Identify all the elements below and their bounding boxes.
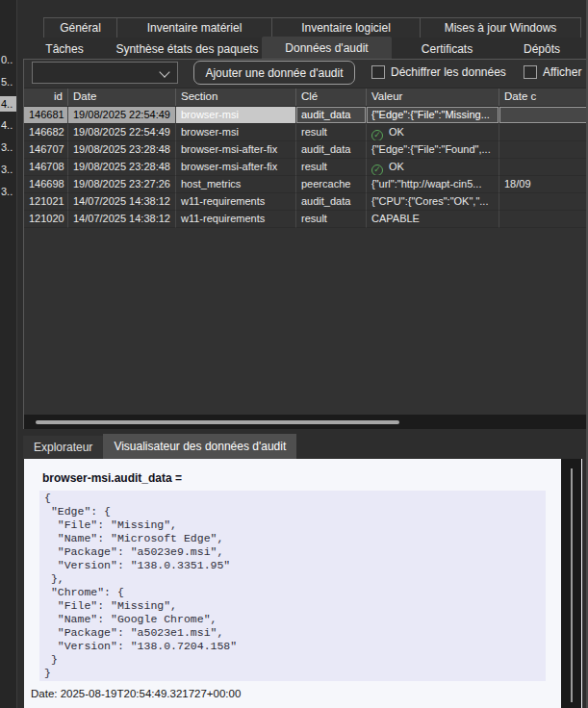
bottom-tab-bar: ExplorateurVisualisateur des données d'a… [23, 434, 296, 459]
tab-synth-se-tats-des-paquets[interactable]: Synthèse états des paquets [113, 38, 262, 59]
cell-id[interactable]: 146708 [24, 159, 68, 176]
tab-donn-es-d-audit[interactable]: Données d'audit [262, 37, 392, 59]
add-audit-data-button[interactable]: Ajouter une donnée d'audit [193, 61, 355, 85]
cell-value[interactable]: ✓OK [367, 124, 499, 141]
cell-date[interactable]: 19/08/2025 23:27:26 [68, 176, 176, 193]
cell-key[interactable]: peercache [296, 176, 367, 193]
cell-value-text: OK [389, 161, 404, 172]
bottom-tab-explorateur[interactable]: Explorateur [23, 436, 103, 459]
cell-date[interactable]: 19/08/2025 23:28:48 [68, 141, 176, 159]
cell-date[interactable]: 19/08/2025 22:54:49 [68, 124, 176, 141]
cell-key[interactable]: audit_data [296, 107, 367, 124]
audit-data-title: browser-msi.audit_data = [42, 471, 182, 485]
cell-section[interactable]: browser-msi-after-fix [176, 159, 296, 176]
tab-mises-jour-windows[interactable]: Mises à jour Windows [421, 18, 581, 38]
ok-status-icon: ✓ [371, 130, 383, 141]
cell-value[interactable]: {"url":"http://wapt-cin5... [367, 176, 499, 193]
cell-id[interactable]: 121020 [24, 211, 68, 228]
table-row[interactable]: 14669819/08/2025 23:27:26host_metricspee… [24, 176, 586, 193]
cell-section[interactable]: browser-msi [176, 107, 296, 124]
cell-id[interactable]: 121021 [24, 193, 68, 211]
cell-key[interactable]: audit_data [296, 193, 367, 211]
host-list-item-truncated[interactable]: 5.. [0, 74, 16, 89]
top-tab-bar-row2: TâchesSynthèse états des paquetsDonnées … [16, 37, 581, 59]
cell-value[interactable]: CAPABLE [367, 211, 499, 228]
table-row[interactable]: 14668219/08/2025 22:54:49browser-msiresu… [24, 124, 586, 141]
wapt-console-window: 0..5..4..4..3..3..3.. GénéralInventaire … [0, 0, 588, 708]
ok-status-icon: ✓ [371, 164, 383, 176]
column-header-date[interactable]: Date [68, 88, 176, 106]
cell-section[interactable]: browser-msi-after-fix [176, 141, 296, 159]
cell-id[interactable]: 146682 [24, 124, 68, 141]
host-list-item-truncated[interactable]: 0.. [0, 52, 16, 67]
cell-value[interactable]: ✓OK [367, 159, 499, 176]
host-list-item-truncated[interactable]: 3.. [0, 162, 16, 177]
host-list-rail: 0..5..4..4..3..3..3.. [0, 0, 17, 708]
host-list-item-truncated[interactable]: 3.. [0, 139, 16, 155]
cell-key[interactable]: audit_data [296, 141, 367, 159]
cell-date[interactable]: 14/07/2025 14:38:12 [68, 193, 176, 211]
audit-date-label: Date: 2025-08-19T20:54:49.321727+00:00 [31, 688, 241, 699]
cell-value[interactable]: {"Edge":{"File":"Missing... [367, 107, 499, 124]
cell-datec[interactable]: 18/09 [499, 176, 586, 193]
cell-key[interactable]: result [296, 124, 367, 141]
cell-value-text: OK [389, 126, 404, 138]
checkbox-icon[interactable] [524, 65, 537, 79]
cell-section[interactable]: w11-requirements [176, 193, 296, 211]
vertical-scrollbar[interactable] [561, 459, 581, 708]
cell-section[interactable]: browser-msi [176, 124, 296, 141]
chevron-down-icon [159, 66, 169, 77]
cell-date[interactable]: 19/08/2025 22:54:49 [68, 107, 176, 124]
decrypt-data-checkbox[interactable]: Déchiffrer les données [371, 65, 506, 79]
vertical-scrollbar-thumb[interactable] [571, 468, 573, 702]
horizontal-scrollbar-thumb[interactable] [36, 420, 399, 424]
tab-inventaire-logiciel[interactable]: Inventaire logiciel [272, 18, 421, 38]
table-row[interactable]: 12102114/07/2025 14:38:12w11-requirement… [24, 193, 586, 211]
audit-viewer-panel: browser-msi.audit_data = { "Edge": { "Fi… [24, 459, 582, 708]
cell-datec[interactable] [499, 107, 586, 124]
audit-json-content: { "Edge": { "File": "Missing", "Name": "… [39, 491, 546, 681]
tab-d-p-ts[interactable]: Dépôts [502, 38, 581, 59]
cell-key[interactable]: result [296, 211, 367, 228]
cell-datec[interactable] [499, 124, 586, 141]
tab-t-ches[interactable]: Tâches [16, 38, 113, 59]
cell-datec[interactable] [499, 211, 586, 228]
tab-certificats[interactable]: Certificats [392, 38, 502, 59]
top-tab-bar-row1: GénéralInventaire matérielInventaire log… [43, 17, 581, 38]
horizontal-scrollbar[interactable] [24, 415, 586, 429]
audit-filter-combobox[interactable] [32, 62, 178, 84]
table-row[interactable]: 14668119/08/2025 22:54:49browser-msiaudi… [24, 107, 586, 124]
host-list-item-truncated[interactable]: 4.. [0, 96, 16, 112]
cell-id[interactable]: 146707 [24, 141, 68, 159]
cell-section[interactable]: w11-requirements [176, 211, 296, 228]
bottom-tab-visualisateur-des-donn-es-d-audit[interactable]: Visualisateur des données d'audit [103, 434, 296, 459]
column-header-key[interactable]: Clé [296, 88, 367, 106]
cell-value[interactable]: {"Edge":{"File":"Found",... [367, 141, 499, 159]
column-header-section[interactable]: Section [176, 88, 296, 106]
column-header-value[interactable]: Valeur [367, 88, 499, 106]
tab-g-n-ral[interactable]: Général [43, 18, 117, 38]
table-row[interactable]: 14670819/08/2025 23:28:48browser-msi-aft… [24, 159, 586, 176]
cell-datec[interactable] [499, 141, 586, 159]
decrypt-data-checkbox-label: Déchiffrer les données [391, 65, 506, 79]
cell-date[interactable]: 19/08/2025 23:28:48 [68, 159, 176, 176]
cell-value[interactable]: {"CPU":{"Cores":"OK","... [367, 193, 499, 211]
cell-id[interactable]: 146698 [24, 176, 68, 193]
show-checkbox-label: Afficher [543, 65, 581, 79]
host-list-item-truncated[interactable]: 3.. [0, 184, 16, 199]
host-list-item-truncated[interactable]: 4.. [0, 117, 16, 133]
column-header-datec[interactable]: Date c [499, 88, 586, 106]
table-row[interactable]: 14670719/08/2025 23:28:48browser-msi-aft… [24, 141, 586, 159]
cell-datec[interactable] [499, 193, 586, 211]
audit-data-panel: Ajouter une donnée d'audit Déchiffrer le… [23, 59, 586, 429]
table-row[interactable]: 12102014/07/2025 14:38:12w11-requirement… [24, 211, 586, 228]
cell-datec[interactable] [499, 159, 586, 176]
tab-inventaire-mat-riel[interactable]: Inventaire matériel [117, 18, 272, 38]
cell-key[interactable]: result [296, 159, 367, 176]
cell-id[interactable]: 146681 [24, 107, 68, 124]
column-header-id[interactable]: id [24, 88, 68, 106]
checkbox-icon[interactable] [371, 65, 385, 79]
show-checkbox[interactable]: Afficher [524, 65, 581, 79]
cell-date[interactable]: 14/07/2025 14:38:12 [68, 211, 176, 228]
cell-section[interactable]: host_metrics [176, 176, 296, 193]
